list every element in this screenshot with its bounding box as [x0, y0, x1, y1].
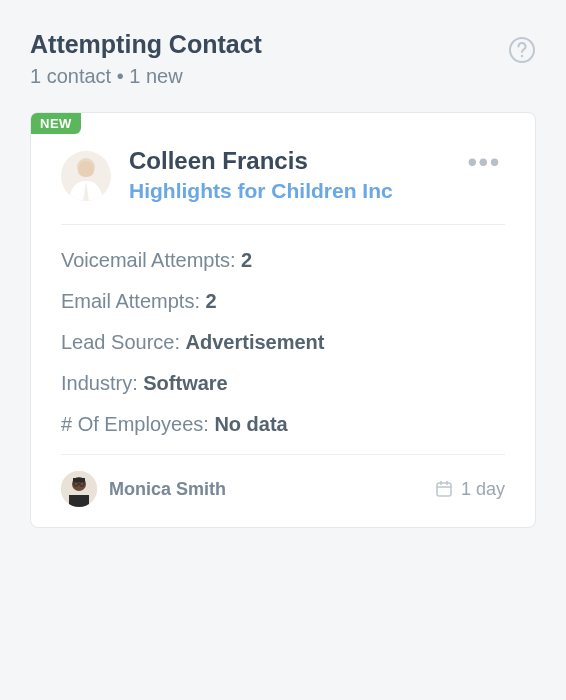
- detail-row: Email Attempts: 2: [61, 290, 505, 313]
- age-text: 1 day: [461, 479, 505, 500]
- column-subtitle: 1 contact • 1 new: [30, 65, 536, 88]
- column-header: Attempting Contact 1 contact • 1 new: [30, 30, 536, 88]
- contact-name: Colleen Francis: [129, 147, 446, 176]
- detail-value: Advertisement: [186, 331, 325, 353]
- contact-avatar[interactable]: [61, 151, 111, 201]
- detail-label: Voicemail Attempts:: [61, 249, 236, 271]
- help-icon[interactable]: [508, 36, 536, 64]
- detail-value: No data: [214, 413, 287, 435]
- more-menu-button[interactable]: •••: [464, 153, 505, 171]
- card-footer: Monica Smith 1 day: [61, 455, 505, 507]
- detail-list: Voicemail Attempts: 2 Email Attempts: 2 …: [61, 225, 505, 454]
- detail-label: Industry:: [61, 372, 138, 394]
- svg-point-1: [521, 55, 523, 57]
- svg-rect-7: [69, 495, 89, 507]
- detail-row: Industry: Software: [61, 372, 505, 395]
- detail-label: Lead Source:: [61, 331, 180, 353]
- detail-value: Software: [143, 372, 227, 394]
- detail-row: # Of Employees: No data: [61, 413, 505, 436]
- owner-name[interactable]: Monica Smith: [109, 479, 423, 500]
- column-title: Attempting Contact: [30, 30, 536, 59]
- company-link[interactable]: Highlights for Children Inc: [129, 178, 446, 204]
- contact-card[interactable]: NEW Colleen Francis Highlights for Child…: [30, 112, 536, 528]
- detail-value: 2: [206, 290, 217, 312]
- detail-label: Email Attempts:: [61, 290, 200, 312]
- detail-label: # Of Employees:: [61, 413, 209, 435]
- calendar-icon: [435, 480, 453, 498]
- detail-row: Voicemail Attempts: 2: [61, 249, 505, 272]
- detail-row: Lead Source: Advertisement: [61, 331, 505, 354]
- svg-rect-6: [73, 478, 85, 482]
- detail-value: 2: [241, 249, 252, 271]
- new-badge: NEW: [31, 113, 81, 134]
- card-header: Colleen Francis Highlights for Children …: [61, 147, 505, 204]
- owner-avatar[interactable]: [61, 471, 97, 507]
- age-indicator: 1 day: [435, 479, 505, 500]
- svg-rect-11: [437, 483, 451, 496]
